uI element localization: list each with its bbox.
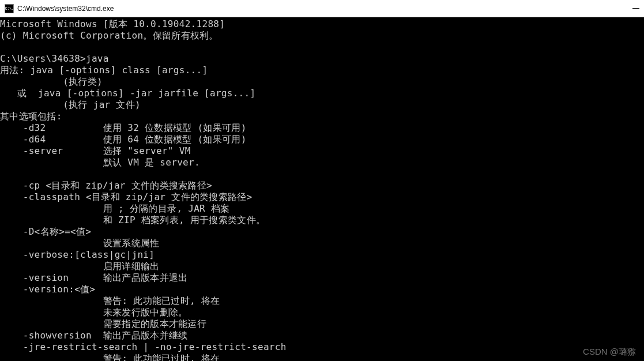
terminal-line: -jre-restrict-search | -no-jre-restrict-… [0, 341, 644, 353]
minimize-button[interactable] [632, 8, 639, 9]
terminal-line: 警告: 此功能已过时, 将在 [0, 353, 644, 361]
terminal-line: -verbose:[class|gc|jni] [0, 249, 644, 261]
terminal-line: -version:<值> [0, 284, 644, 295]
terminal-line: 默认 VM 是 server. [0, 157, 644, 168]
terminal-line: -classpath <目录和 zip/jar 文件的类搜索路径> [0, 191, 644, 203]
terminal-line: 需要指定的版本才能运行 [0, 318, 644, 330]
terminal-line: 用法: java [-options] class [args...] [0, 65, 644, 76]
terminal-line: 或 java [-options] -jar jarfile [args...] [0, 88, 644, 99]
window-titlebar: C:\. C:\Windows\system32\cmd.exe [0, 0, 644, 17]
window-title: C:\Windows\system32\cmd.exe [17, 5, 114, 13]
terminal-line: 用 ; 分隔的目录, JAR 档案 [0, 203, 644, 215]
terminal-line [0, 168, 644, 180]
terminal-line: (c) Microsoft Corporation。保留所有权利。 [0, 30, 644, 42]
cmd-icon: C:\. [5, 4, 14, 13]
terminal-line: -d32 使用 32 位数据模型 (如果可用) [0, 122, 644, 134]
terminal-line: (执行类) [0, 76, 644, 88]
terminal-line: -server 选择 "server" VM [0, 145, 644, 157]
terminal-line: 设置系统属性 [0, 238, 644, 249]
terminal-line: (执行 jar 文件) [0, 99, 644, 111]
terminal-line: -D<名称>=<值> [0, 226, 644, 238]
terminal-line: 启用详细输出 [0, 261, 644, 272]
terminal-line: -cp <目录和 zip/jar 文件的类搜索路径> [0, 180, 644, 191]
terminal-line: Microsoft Windows [版本 10.0.19042.1288] [0, 18, 644, 30]
terminal-line [0, 42, 644, 53]
titlebar-left: C:\. C:\Windows\system32\cmd.exe [5, 4, 114, 13]
window-controls [632, 8, 639, 9]
terminal-line: -version 输出产品版本并退出 [0, 272, 644, 284]
terminal-line: 未来发行版中删除。 [0, 307, 644, 318]
terminal-line: 其中选项包括: [0, 111, 644, 122]
terminal-line: 警告: 此功能已过时, 将在 [0, 295, 644, 307]
terminal-line: -d64 使用 64 位数据模型 (如果可用) [0, 134, 644, 145]
terminal-line: C:\Users\34638>java [0, 53, 644, 65]
terminal-line: 和 ZIP 档案列表, 用于搜索类文件。 [0, 215, 644, 226]
terminal-output[interactable]: Microsoft Windows [版本 10.0.19042.1288](c… [0, 17, 644, 361]
terminal-line: -showversion 输出产品版本并继续 [0, 330, 644, 341]
